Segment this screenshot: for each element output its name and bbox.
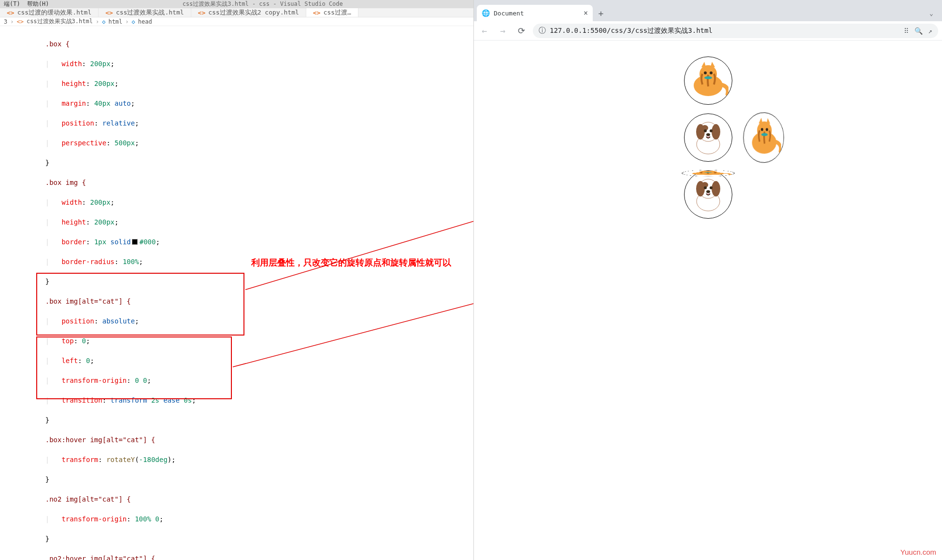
globe-icon: 🌐 (482, 9, 490, 17)
tab-title: Document (494, 10, 524, 17)
menu-terminal[interactable]: 端(T) (4, 0, 20, 8)
forward-button[interactable]: → (496, 24, 510, 38)
crumb-head[interactable]: head (138, 18, 152, 25)
browser-tabstrip: 🌐 Document × + ⌄ (474, 0, 942, 21)
code-editor[interactable]: .box { | width: 200px; | height: 200px; … (0, 26, 473, 560)
browser-toolbar: ← → ⟳ ⓘ 127.0.0.1:5500/css/3/css过渡效果实战3.… (474, 21, 942, 41)
editor-tabs: <>css过渡的缓动效果.html <>css过渡效果实战.html <>css… (0, 8, 473, 17)
address-bar[interactable]: ⓘ 127.0.0.1:5500/css/3/css过渡效果实战3.html ⠿… (533, 24, 938, 38)
watermark: Yuucn.com (900, 548, 936, 556)
dog-image (684, 113, 732, 162)
window-title: css过渡效果实战3.html - css - Visual Studio Co… (56, 0, 470, 8)
vscode-window: 端(T) 帮助(H) css过渡效果实战3.html - css - Visua… (0, 0, 473, 560)
demo-box-3[interactable] (684, 170, 732, 219)
site-info-icon[interactable]: ⓘ (539, 26, 546, 35)
cat-image (679, 170, 738, 176)
crumb-folder[interactable]: 3 (4, 18, 7, 25)
tab-3[interactable]: <>css过渡效果实战2 copy.html (191, 8, 306, 17)
demo-box-1[interactable] (684, 56, 732, 105)
browser-tab[interactable]: 🌐 Document × (477, 5, 593, 21)
annotation-text: 利用层叠性，只改变它的旋转原点和旋转属性就可以 (251, 257, 451, 268)
new-tab-button[interactable]: + (593, 5, 609, 21)
browser-window: 🌐 Document × + ⌄ ← → ⟳ ⓘ 127.0.0.1:5500/… (473, 0, 942, 560)
html-icon: <> (198, 9, 206, 16)
symbol-icon: ◇ (132, 18, 135, 25)
translate-icon[interactable]: ⠿ (904, 27, 909, 35)
tab-2[interactable]: <>css过渡效果实战.html (99, 8, 191, 17)
page-content: Yuucn.com (474, 41, 942, 560)
html-icon: <> (7, 9, 14, 16)
zoom-icon[interactable]: 🔍 (914, 27, 923, 35)
reload-button[interactable]: ⟳ (514, 24, 528, 38)
crumb-html[interactable]: html (108, 18, 122, 25)
demo-box-2[interactable] (684, 113, 732, 162)
html-icon: <> (16, 18, 23, 25)
html-icon: <> (105, 9, 113, 16)
html-icon: <> (313, 9, 321, 16)
tab-1[interactable]: <>css过渡的缓动效果.html (0, 8, 99, 17)
tab-4[interactable]: <>css过渡… (306, 8, 358, 17)
symbol-icon: ◇ (102, 18, 105, 25)
tabstrip-chevron-icon[interactable]: ⌄ (921, 5, 942, 21)
url-text: 127.0.0.1:5500/css/3/css过渡效果实战3.html (550, 27, 713, 35)
share-icon[interactable]: ↗ (928, 27, 932, 35)
cat-image (743, 111, 784, 164)
titlebar: 端(T) 帮助(H) css过渡效果实战3.html - css - Visua… (0, 0, 473, 8)
back-button[interactable]: ← (478, 24, 491, 38)
close-icon[interactable]: × (584, 9, 588, 17)
menu-help[interactable]: 帮助(H) (27, 0, 49, 8)
breadcrumb: 3› <>css过渡效果实战3.html› ◇html› ◇head (0, 17, 473, 26)
cat-image (684, 56, 732, 105)
crumb-file[interactable]: css过渡效果实战3.html (27, 17, 93, 26)
dog-image (684, 170, 732, 219)
